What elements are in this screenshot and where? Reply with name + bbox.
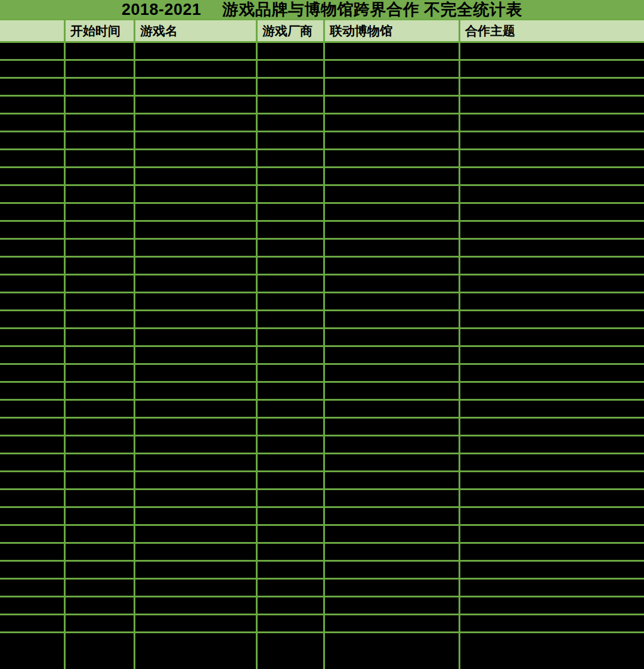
table-cell <box>460 311 644 327</box>
table-cell <box>135 436 258 453</box>
table-cell <box>325 311 460 327</box>
table-cell <box>460 365 644 381</box>
table-cell <box>258 79 325 95</box>
table-cell <box>0 347 66 363</box>
table-cell <box>135 258 258 274</box>
table-cell <box>325 436 460 453</box>
table-cell <box>135 114 258 131</box>
table-cell <box>325 114 460 131</box>
table-cell <box>66 275 135 292</box>
table-cell <box>325 79 460 95</box>
table-cell <box>460 222 644 238</box>
table-cell <box>135 204 258 220</box>
table-row <box>0 633 644 669</box>
table-title: 2018-2021 游戏品牌与博物馆跨界合作 不完全统计表 <box>0 0 644 20</box>
table-cell <box>135 383 258 399</box>
table-row <box>0 293 644 311</box>
table-cell <box>258 114 325 131</box>
table-cell <box>0 61 66 77</box>
table-cell <box>66 544 135 560</box>
table-cell <box>135 168 258 184</box>
table-cell <box>66 43 135 59</box>
table-cell <box>258 186 325 202</box>
table-cell <box>460 43 644 59</box>
header-cell-0 <box>0 20 66 41</box>
table-cell <box>135 454 258 470</box>
table-cell <box>66 97 135 113</box>
table-cell <box>258 43 325 59</box>
table-cell <box>258 240 325 256</box>
table-cell <box>460 275 644 292</box>
table-cell <box>460 419 644 435</box>
table-cell <box>66 150 135 166</box>
table-cell <box>135 61 258 77</box>
table-cell <box>0 544 66 560</box>
table-cell <box>258 61 325 77</box>
table-cell <box>66 597 135 614</box>
header-cell-1: 开始时间 <box>66 20 135 41</box>
table-cell <box>258 275 325 292</box>
table-cell <box>0 383 66 399</box>
table-cell <box>325 490 460 506</box>
table-row <box>0 419 644 436</box>
table-cell <box>325 633 460 669</box>
table-cell <box>135 508 258 524</box>
table-cell <box>135 580 258 596</box>
statistics-table: 2018-2021 游戏品牌与博物馆跨界合作 不完全统计表 开始时间游戏名游戏厂… <box>0 0 644 669</box>
table-cell <box>66 365 135 381</box>
table-cell <box>0 419 66 435</box>
table-cell <box>66 419 135 435</box>
table-cell <box>0 580 66 596</box>
table-cell <box>325 562 460 578</box>
table-cell <box>0 490 66 506</box>
table-cell <box>135 419 258 435</box>
table-cell <box>66 79 135 95</box>
table-cell <box>258 311 325 327</box>
table-row <box>0 204 644 222</box>
table-cell <box>135 544 258 560</box>
table-cell <box>66 401 135 417</box>
table-cell <box>258 615 325 631</box>
table-cell <box>66 633 135 669</box>
table-cell <box>66 311 135 327</box>
table-cell <box>0 186 66 202</box>
table-cell <box>66 508 135 524</box>
table-cell <box>66 258 135 274</box>
table-cell <box>460 401 644 417</box>
table-cell <box>66 329 135 345</box>
table-cell <box>135 311 258 327</box>
header-cell-4: 联动博物馆 <box>325 20 460 41</box>
table-cell <box>66 204 135 220</box>
table-cell <box>135 597 258 614</box>
table-cell <box>258 454 325 470</box>
table-cell <box>258 168 325 184</box>
table-cell <box>325 365 460 381</box>
table-cell <box>325 240 460 256</box>
table-row <box>0 526 644 544</box>
table-cell <box>66 61 135 77</box>
table-row <box>0 43 644 61</box>
table-cell <box>460 329 644 345</box>
table-cell <box>460 240 644 256</box>
table-cell <box>258 562 325 578</box>
table-row <box>0 240 644 258</box>
table-cell <box>325 168 460 184</box>
table-cell <box>325 544 460 560</box>
table-cell <box>258 293 325 309</box>
table-cell <box>66 132 135 148</box>
table-row <box>0 186 644 204</box>
table-cell <box>325 97 460 113</box>
table-cell <box>325 61 460 77</box>
table-cell <box>135 275 258 292</box>
table-row <box>0 150 644 168</box>
table-cell <box>0 222 66 238</box>
table-cell <box>258 436 325 453</box>
table-cell <box>460 132 644 148</box>
table-row <box>0 562 644 580</box>
table-cell <box>258 222 325 238</box>
table-cell <box>135 526 258 542</box>
table-cell <box>460 615 644 631</box>
table-cell <box>325 258 460 274</box>
table-cell <box>135 43 258 59</box>
table-cell <box>0 562 66 578</box>
